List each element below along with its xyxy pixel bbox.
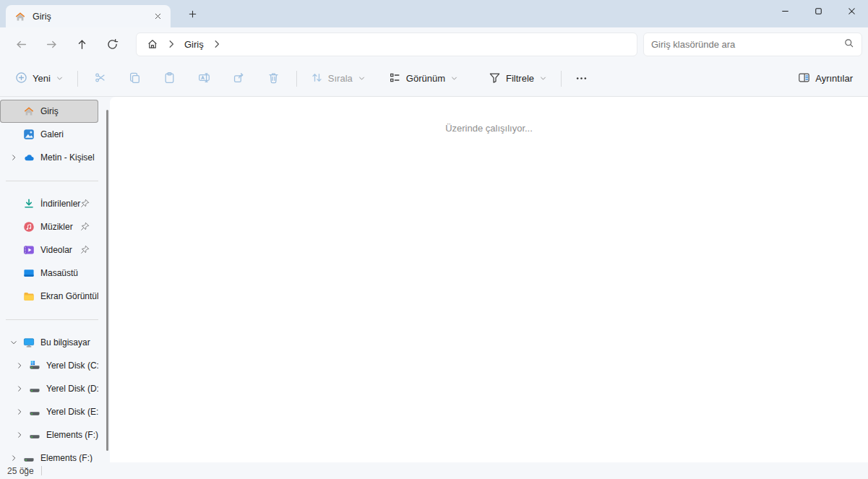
- sidebar-item[interactable]: Galeri: [0, 123, 98, 146]
- sidebar-item-label: İndirilenler: [40, 199, 80, 209]
- chevron-right-icon[interactable]: [10, 361, 29, 370]
- drive-icon: [29, 383, 40, 394]
- paste-icon: [163, 72, 176, 86]
- address-bar[interactable]: Giriş: [136, 33, 637, 56]
- sidebar-item[interactable]: Yerel Disk (D:): [0, 377, 98, 400]
- sidebar-separator: [6, 319, 98, 320]
- toolbar-divider: [561, 71, 562, 87]
- toolbar-divider: [77, 71, 78, 87]
- chevron-right-icon[interactable]: [4, 454, 23, 462]
- sidebar-scrollbar[interactable]: [106, 110, 108, 451]
- sort-button[interactable]: Sırala: [304, 66, 372, 91]
- sidebar-item[interactable]: Ekran Görüntüle: [0, 285, 98, 308]
- sidebar-item-label: Giriş: [40, 106, 59, 116]
- pin-icon: [80, 199, 90, 208]
- search-input[interactable]: [651, 39, 843, 50]
- delete-button[interactable]: [262, 66, 286, 91]
- drive-icon: [29, 406, 40, 418]
- filter-icon: [489, 72, 501, 86]
- command-toolbar: Yeni Sırala Görünüm Filtrele Ayrıntılar: [0, 61, 868, 97]
- folder-icon: [23, 290, 35, 302]
- sidebar-item[interactable]: Giriş: [0, 100, 98, 123]
- sidebar-item-label: Elements (F:): [40, 453, 93, 462]
- details-button-label: Ayrıntılar: [815, 73, 853, 84]
- back-button[interactable]: [9, 32, 33, 56]
- toolbar-edit-group: [88, 66, 286, 91]
- refresh-button[interactable]: [100, 32, 124, 56]
- home-icon: [23, 105, 35, 117]
- share-button[interactable]: [227, 66, 252, 91]
- sidebar-item-label: Galeri: [40, 129, 64, 139]
- chevron-down-icon: [56, 74, 64, 82]
- sidebar-item[interactable]: İndirilenler: [0, 192, 98, 215]
- chevron-right-icon[interactable]: [164, 35, 179, 53]
- sidebar-item-label: Müzikler: [40, 222, 73, 232]
- tab-giris[interactable]: Giriş: [6, 5, 171, 27]
- sidebar-item[interactable]: Bu bilgisayar: [0, 331, 98, 354]
- drive-icon: [23, 452, 35, 462]
- new-tab-button[interactable]: [182, 4, 202, 24]
- sidebar-item-label: Yerel Disk (E:): [46, 407, 98, 417]
- sidebar-item[interactable]: Elements (F:): [0, 446, 98, 462]
- details-pane-icon: [798, 72, 810, 86]
- copy-button[interactable]: [123, 66, 147, 91]
- sidebar-item-label: Elements (F:): [46, 430, 98, 440]
- drive-icon: [29, 429, 40, 441]
- new-button[interactable]: Yeni: [9, 66, 70, 91]
- cut-button[interactable]: [88, 66, 113, 91]
- chevron-down-icon: [450, 74, 458, 82]
- chevron-right-icon[interactable]: [10, 384, 29, 393]
- sidebar-item-label: Masaüstü: [40, 268, 78, 278]
- chevron-right-icon[interactable]: [210, 35, 224, 53]
- chevron-right-icon[interactable]: [10, 407, 29, 416]
- status-bar: 25 öğe: [0, 462, 868, 479]
- breadcrumb-home-icon[interactable]: [141, 35, 164, 53]
- sidebar-item[interactable]: Masaüstü: [0, 262, 98, 285]
- sidebar-item-label: Ekran Görüntüle: [40, 291, 98, 301]
- video-icon: [23, 244, 35, 256]
- drive-windows-icon: [29, 360, 40, 371]
- search-box[interactable]: [643, 33, 862, 56]
- onedrive-icon: [23, 152, 35, 163]
- gallery-icon: [23, 129, 35, 140]
- toolbar-divider: [296, 71, 297, 87]
- search-icon: [843, 38, 854, 51]
- paste-button[interactable]: [158, 66, 182, 91]
- sort-icon: [311, 72, 323, 86]
- maximize-button[interactable]: [802, 0, 835, 22]
- sidebar-item[interactable]: Videolar: [0, 238, 98, 262]
- filter-button[interactable]: Filtrele: [482, 66, 554, 91]
- chevron-right-icon[interactable]: [4, 153, 23, 162]
- copy-icon: [129, 72, 141, 86]
- sidebar-item[interactable]: Müzikler: [0, 215, 98, 238]
- details-toggle-button[interactable]: Ayrıntılar: [791, 66, 859, 91]
- minimize-button[interactable]: [768, 0, 802, 22]
- view-button[interactable]: Görünüm: [382, 66, 465, 91]
- sidebar-item[interactable]: Yerel Disk (C:): [0, 354, 98, 377]
- file-list-pane[interactable]: Üzerinde çalışılıyor...: [110, 97, 868, 462]
- computer-icon: [23, 337, 35, 348]
- rename-icon: [198, 72, 210, 86]
- chevron-right-icon[interactable]: [10, 431, 29, 439]
- chevron-down-icon[interactable]: [4, 338, 23, 347]
- cut-icon: [94, 72, 106, 86]
- chevron-down-icon: [358, 74, 366, 82]
- more-button[interactable]: [569, 66, 593, 91]
- forward-button[interactable]: [39, 32, 64, 56]
- pin-icon: [80, 245, 90, 254]
- breadcrumb-crumb[interactable]: Giriş: [179, 35, 210, 53]
- sidebar-item-label: Bu bilgisayar: [40, 337, 90, 348]
- download-icon: [23, 198, 35, 210]
- music-icon: [23, 221, 35, 233]
- sidebar-item-label: Metin - Kişisel: [40, 152, 95, 163]
- navigation-bar: Giriş: [0, 27, 868, 61]
- sidebar-item-label: Videolar: [40, 245, 72, 255]
- tab-close-button[interactable]: [149, 8, 166, 25]
- close-button[interactable]: [835, 0, 868, 22]
- sidebar-item[interactable]: Metin - Kişisel: [0, 146, 98, 169]
- rename-button[interactable]: [192, 66, 217, 91]
- up-button[interactable]: [69, 32, 94, 56]
- sidebar-item[interactable]: Yerel Disk (E:): [0, 400, 98, 423]
- view-icon: [389, 72, 401, 86]
- sidebar-item[interactable]: Elements (F:): [0, 423, 98, 446]
